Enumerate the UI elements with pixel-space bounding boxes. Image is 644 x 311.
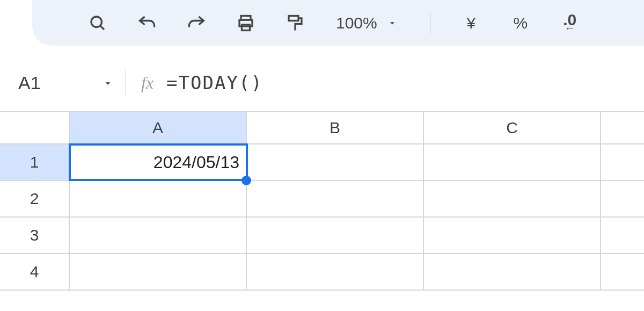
selection-handle[interactable] [241,176,251,185]
caret-down-icon [387,14,398,32]
formula-bar-row: A1 fx =TODAY() [0,62,644,104]
cell-B3[interactable] [247,218,424,253]
print-icon[interactable] [234,11,258,35]
row-4: 4 [0,254,644,291]
cell-value: 2024/05/13 [153,153,239,172]
cell-C2[interactable] [424,181,601,216]
cell-B2[interactable] [247,181,424,216]
svg-rect-5 [289,16,298,20]
currency-format-button[interactable]: ¥ [459,14,483,32]
cell-C4[interactable] [424,254,601,290]
row-2: 2 [0,181,644,218]
arrow-left-icon: ← [565,24,575,32]
fx-label: fx [141,73,153,93]
select-all-corner[interactable] [0,112,70,143]
undo-icon[interactable] [135,11,159,35]
cell-A2[interactable] [70,181,247,216]
column-header-C[interactable]: C [424,112,601,143]
formula-bar-divider [126,70,126,96]
cell-A1[interactable]: 2024/05/13 [70,144,247,180]
cell-A4[interactable] [70,254,247,290]
search-icon[interactable] [86,11,109,35]
zoom-value: 100% [336,14,377,32]
formula-input[interactable]: =TODAY() [166,72,263,93]
cell-B4[interactable] [247,254,424,290]
row-1: 1 2024/05/13 [0,144,644,181]
caret-down-icon [102,73,114,93]
row-header-3[interactable]: 3 [0,218,70,253]
cell-C1[interactable] [424,144,601,180]
paint-format-icon[interactable] [283,11,307,35]
cell-A3[interactable] [70,218,247,253]
column-header-A[interactable]: A [70,112,247,143]
zoom-dropdown[interactable]: 100% [333,14,401,32]
row-header-4[interactable]: 4 [0,254,70,290]
toolbar: 100% ¥ % .0 ← [32,0,644,46]
percent-format-button[interactable]: % [509,14,532,32]
svg-line-1 [100,25,104,29]
svg-point-0 [91,17,102,27]
column-headers: A B C [0,111,644,144]
cell-B1[interactable] [247,144,424,180]
svg-rect-4 [242,25,250,31]
name-box-value: A1 [18,73,41,93]
decrease-decimal-button[interactable]: .0 ← [558,14,582,32]
redo-icon[interactable] [185,11,208,35]
name-box[interactable]: A1 [18,73,126,93]
row-header-2[interactable]: 2 [0,181,70,216]
column-header-B[interactable]: B [247,112,424,143]
toolbar-divider [430,12,430,34]
row-header-1[interactable]: 1 [0,144,70,180]
grid: A B C 1 2024/05/13 2 3 4 [0,111,644,291]
cell-C3[interactable] [424,218,601,253]
row-3: 3 [0,218,644,254]
